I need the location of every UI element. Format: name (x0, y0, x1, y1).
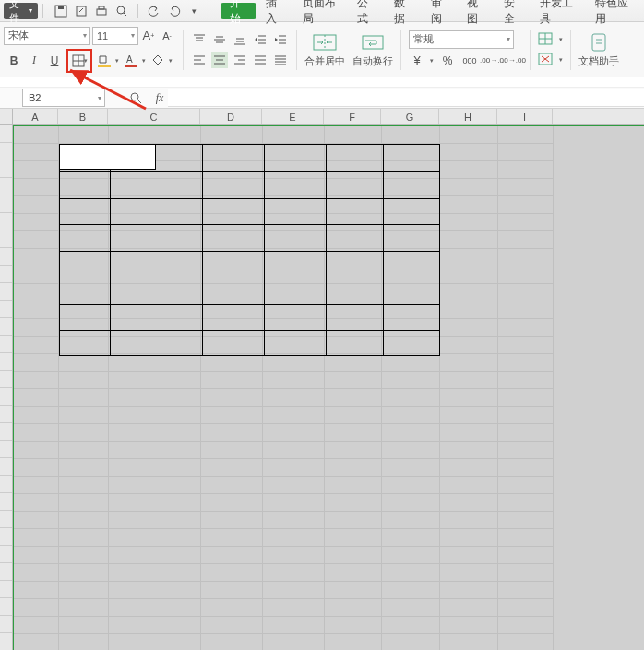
chevron-down-icon[interactable]: ▾ (559, 56, 563, 64)
preview-icon[interactable] (114, 4, 129, 18)
align-right-icon[interactable] (232, 52, 248, 68)
row-header[interactable] (0, 371, 12, 388)
increase-indent-icon[interactable] (272, 31, 289, 48)
column-header[interactable]: I (497, 109, 553, 124)
print-preview-icon[interactable] (74, 4, 89, 18)
column-header[interactable]: C (108, 109, 200, 124)
italic-icon[interactable]: I (26, 53, 42, 69)
align-left-icon[interactable] (191, 52, 208, 68)
row-header[interactable] (0, 598, 12, 616)
qat-dropdown-icon[interactable]: ▾ (187, 4, 202, 18)
row-header[interactable] (0, 388, 12, 406)
cells-area[interactable] (13, 125, 644, 650)
row-header[interactable] (0, 353, 12, 371)
row-header[interactable] (0, 616, 12, 633)
row-header[interactable] (0, 213, 12, 230)
row-header[interactable] (0, 546, 12, 563)
row-header[interactable] (0, 336, 12, 353)
column-header[interactable]: B (58, 109, 108, 124)
row-header[interactable] (0, 301, 12, 318)
column-header[interactable]: G (381, 109, 439, 124)
align-bottom-icon[interactable] (232, 31, 248, 48)
row-header[interactable] (0, 230, 12, 248)
align-top-icon[interactable] (191, 31, 208, 48)
row-header[interactable] (0, 160, 12, 178)
row-header[interactable] (0, 195, 12, 213)
comma-icon[interactable]: 000 (461, 53, 478, 69)
tab-features[interactable]: 特色应用 (586, 0, 640, 22)
font-name-combo[interactable]: 宋体▾ (4, 27, 90, 45)
fx-icon[interactable]: fx (151, 89, 168, 106)
file-menu-button[interactable]: 文件 ▾ (4, 3, 38, 19)
format-painter-icon[interactable] (149, 53, 166, 69)
row-header[interactable] (0, 266, 12, 283)
tab-data[interactable]: 数据 (385, 0, 422, 22)
delete-cell-icon[interactable] (538, 52, 555, 68)
row-header[interactable] (0, 528, 12, 546)
row-header[interactable] (0, 581, 12, 598)
column-header[interactable]: H (439, 109, 497, 124)
tab-page-layout[interactable]: 页面布局 (293, 0, 348, 22)
border-button[interactable]: ▾ (66, 49, 92, 73)
underline-icon[interactable]: U (46, 53, 63, 69)
fill-color-icon[interactable] (96, 53, 113, 69)
column-header[interactable]: D (200, 109, 262, 124)
insert-cell-icon[interactable] (538, 31, 555, 48)
tab-formula[interactable]: 公式 (348, 0, 385, 22)
formula-input[interactable] (168, 89, 644, 107)
row-header[interactable] (0, 458, 12, 476)
decrease-font-icon[interactable]: A- (159, 28, 175, 44)
row-header[interactable] (0, 406, 12, 423)
font-color-icon[interactable]: A (123, 53, 139, 69)
undo-icon[interactable] (147, 4, 161, 18)
decrease-decimal-icon[interactable]: .0→.00 (506, 53, 522, 69)
row-header[interactable] (0, 283, 12, 301)
number-format-combo[interactable]: 常规▾ (409, 30, 514, 49)
tab-view[interactable]: 视图 (458, 0, 495, 22)
column-header[interactable]: A (13, 109, 58, 124)
percent-icon[interactable]: % (439, 53, 456, 69)
align-middle-icon[interactable] (211, 31, 228, 48)
merge-center-button[interactable]: 合并居中 (304, 30, 345, 68)
increase-decimal-icon[interactable]: .00→.0 (483, 53, 500, 69)
row-header[interactable] (0, 318, 12, 336)
active-cell[interactable] (59, 144, 156, 170)
tab-insert[interactable]: 插入 (256, 0, 293, 22)
row-header[interactable] (0, 178, 12, 195)
row-header[interactable] (0, 633, 12, 650)
row-header[interactable] (0, 248, 12, 266)
select-all-corner[interactable] (0, 109, 13, 124)
row-header[interactable] (0, 423, 12, 441)
row-header[interactable] (0, 476, 12, 493)
name-box[interactable]: B2 ▾ (22, 89, 105, 107)
row-header[interactable] (0, 511, 12, 528)
distribute-icon[interactable] (272, 52, 289, 68)
column-header[interactable]: F (324, 109, 381, 124)
zoom-formula-icon[interactable] (127, 89, 144, 106)
justify-icon[interactable] (252, 52, 268, 68)
chevron-down-icon[interactable]: ▾ (430, 57, 434, 65)
chevron-down-icon[interactable]: ▾ (169, 57, 173, 65)
increase-font-icon[interactable]: A+ (140, 28, 157, 44)
save-icon[interactable] (54, 4, 68, 18)
decrease-indent-icon[interactable] (252, 31, 268, 48)
wrap-text-button[interactable]: 自动换行 (352, 30, 393, 68)
row-header[interactable] (0, 441, 12, 458)
tab-start[interactable]: 开始 (221, 3, 257, 19)
chevron-down-icon[interactable]: ▾ (115, 57, 119, 65)
print-icon[interactable] (94, 4, 109, 18)
column-header[interactable]: E (262, 109, 324, 124)
font-size-combo[interactable]: 11▾ (92, 27, 138, 45)
tab-security[interactable]: 安全 (495, 0, 531, 22)
chevron-down-icon[interactable]: ▾ (142, 57, 146, 65)
row-header[interactable] (0, 563, 12, 581)
align-center-icon[interactable] (211, 52, 228, 68)
row-header[interactable] (0, 493, 12, 511)
row-header[interactable] (0, 125, 12, 143)
tab-devtools[interactable]: 开发工具 (531, 0, 585, 22)
redo-icon[interactable] (167, 4, 182, 18)
doc-helper-button[interactable]: 文档助手 (578, 30, 619, 68)
chevron-down-icon[interactable]: ▾ (559, 36, 563, 43)
tab-review[interactable]: 审阅 (422, 0, 459, 22)
row-header[interactable] (0, 143, 12, 160)
